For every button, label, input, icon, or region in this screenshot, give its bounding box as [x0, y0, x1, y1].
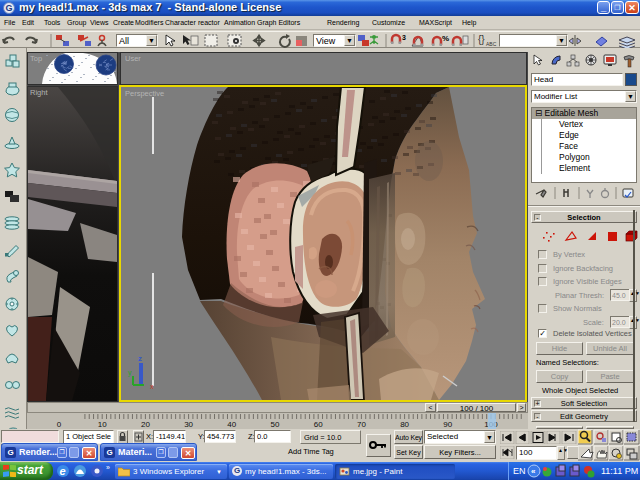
svg-text:e: e — [60, 465, 66, 477]
svg-text:{}: {} — [478, 34, 485, 45]
svg-text:x: x — [150, 383, 154, 390]
svg-text:80: 80 — [400, 420, 409, 429]
svg-text:0: 0 — [57, 420, 62, 429]
svg-text:50: 50 — [271, 420, 280, 429]
svg-text:%: % — [442, 34, 449, 43]
svg-text:z: z — [138, 354, 142, 363]
svg-text:60: 60 — [314, 420, 323, 429]
svg-text:»: » — [106, 464, 110, 471]
svg-text:20: 20 — [141, 420, 150, 429]
svg-text:«: « — [531, 467, 536, 476]
svg-text:40: 40 — [227, 420, 236, 429]
svg-text:10: 10 — [98, 420, 107, 429]
svg-text:90: 90 — [443, 420, 452, 429]
svg-text:y: y — [128, 369, 132, 377]
svg-text:70: 70 — [357, 420, 366, 429]
svg-text:ABC: ABC — [486, 41, 497, 47]
svg-text:30: 30 — [184, 420, 193, 429]
svg-text:3: 3 — [402, 34, 406, 41]
